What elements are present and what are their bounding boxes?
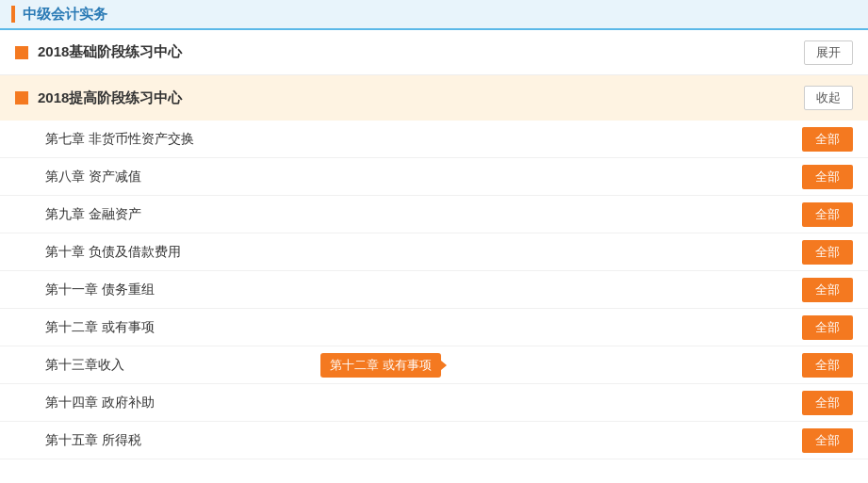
top-bar: 中级会计实务 (0, 0, 868, 30)
chapter-row: 第八章 资产减值全部 (0, 158, 868, 196)
section1-expand-button[interactable]: 展开 (804, 40, 853, 65)
section2-collapse-button[interactable]: 收起 (804, 86, 853, 110)
chapter-all-button[interactable]: 全部 (802, 240, 853, 265)
top-bar-title: 中级会计实务 (23, 6, 107, 24)
chapter-name: 第十三章收入 (45, 357, 793, 374)
chapter-all-button[interactable]: 全部 (802, 315, 853, 340)
chapter-list-container: 第七章 非货币性资产交换全部第八章 资产减值全部第九章 金融资产全部第十章 负债… (0, 121, 868, 483)
chapter-row: 第十五章 所得税全部 (0, 422, 868, 459)
main-content: 2018基础阶段练习中心 展开 2018提高阶段练习中心 收起 第七章 非货币性… (0, 30, 868, 483)
chapter-row: 第九章 金融资产全部 (0, 196, 868, 233)
chapter-all-button[interactable]: 全部 (802, 391, 853, 415)
chapter-name: 第十四章 政府补助 (45, 394, 793, 411)
chapter-row: 第十四章 政府补助全部 (0, 384, 868, 422)
chapter-all-button[interactable]: 全部 (802, 202, 853, 227)
chapter-row: 第十章 负债及借款费用全部 (0, 233, 868, 271)
chapter-name: 第十一章 债务重组 (45, 282, 793, 298)
chapter-name: 第十五章 所得税 (45, 432, 793, 449)
chapter-all-button[interactable]: 全部 (802, 278, 853, 302)
section1-title: 2018基础阶段练习中心 (38, 43, 804, 61)
chapter-name: 第十章 负债及借款费用 (45, 244, 793, 261)
top-bar-accent-bar (11, 6, 15, 23)
chapter-row: 第十一章 债务重组全部 (0, 271, 868, 309)
chapter-name: 第十二章 或有事项 (45, 319, 793, 336)
chapter-name: 第九章 金融资产 (45, 206, 793, 223)
chapter-name: 第八章 资产减值 (45, 169, 793, 185)
section1-accent (15, 46, 28, 59)
chapter-row: 第七章 非货币性资产交换全部 (0, 121, 868, 158)
chapter-all-button[interactable]: 全部 (802, 353, 853, 378)
chapter-all-button[interactable]: 全部 (802, 165, 853, 189)
chapter-row: 第十三章收入第十二章 或有事项全部 (0, 346, 868, 384)
chapter-name: 第七章 非货币性资产交换 (45, 131, 793, 148)
chapter-row: 第十二章 或有事项全部 (0, 309, 868, 346)
chapter-list: 第七章 非货币性资产交换全部第八章 资产减值全部第九章 金融资产全部第十章 负债… (0, 121, 868, 459)
section1-header: 2018基础阶段练习中心 展开 (0, 30, 868, 75)
chapter-all-button[interactable]: 全部 (802, 127, 853, 152)
section2-header: 2018提高阶段练习中心 收起 (0, 75, 868, 121)
section2-accent (15, 91, 28, 105)
section2-title: 2018提高阶段练习中心 (38, 89, 804, 107)
chapter-all-button[interactable]: 全部 (802, 428, 853, 453)
